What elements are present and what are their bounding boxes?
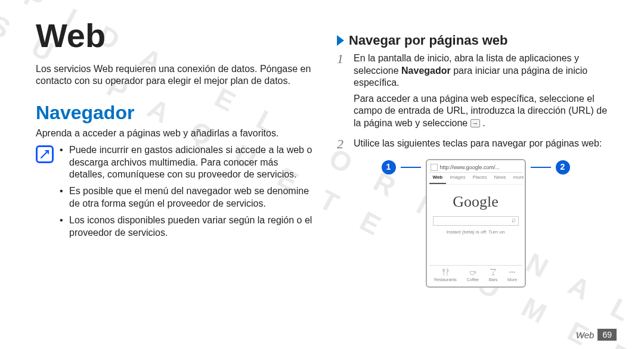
phone-frame: http://www.google.com/... Web Images Pla… bbox=[426, 159, 526, 288]
more-dots-icon bbox=[508, 268, 516, 276]
browser-tabs: Web Images Places News more bbox=[429, 173, 522, 184]
coffee-cup-icon bbox=[469, 268, 477, 276]
subsection-heading: Navegar por páginas web bbox=[349, 32, 508, 49]
tab-images[interactable]: Images bbox=[446, 173, 469, 183]
note-bullet: Puede incurrir en gastos adicionales si … bbox=[60, 144, 313, 180]
tab-places[interactable]: Places bbox=[469, 173, 490, 183]
url-text: http://www.google.com/... bbox=[440, 164, 521, 172]
go-arrow-icon: → bbox=[470, 119, 480, 127]
section-subtitle: Aprenda a acceder a páginas web y añadir… bbox=[36, 127, 313, 139]
cocktail-icon bbox=[489, 268, 497, 276]
svg-point-1 bbox=[510, 272, 511, 273]
tab-more[interactable]: more bbox=[510, 173, 528, 183]
tab-news[interactable]: News bbox=[491, 173, 510, 183]
intro-paragraph: Los servicios Web requieren una conexión… bbox=[36, 63, 313, 88]
step-body: Utilice las siguientes teclas para naveg… bbox=[354, 138, 614, 153]
note-block: Puede incurrir en gastos adicionales si … bbox=[36, 144, 313, 244]
step-body: En la pantalla de inicio, abra la lista … bbox=[354, 52, 614, 133]
google-logo: Google bbox=[429, 192, 522, 211]
appbar-bars[interactable]: Bars bbox=[489, 268, 497, 283]
instant-status: Instant (beta) is off: Turn on bbox=[429, 229, 522, 235]
svg-line-0 bbox=[41, 151, 48, 158]
svg-point-2 bbox=[512, 272, 513, 273]
callout-line bbox=[401, 167, 421, 168]
note-icon bbox=[36, 145, 54, 163]
section-heading-navegador: Navegador bbox=[36, 101, 313, 125]
step-2: 2 Utilice las siguientes teclas para nav… bbox=[337, 138, 614, 153]
chevron-right-icon bbox=[337, 35, 344, 46]
svg-point-3 bbox=[514, 272, 515, 273]
app-bar: Restaurants Coffee Bars More bbox=[429, 265, 522, 283]
note-bullet-list: Puede incurrir en gastos adicionales si … bbox=[60, 144, 313, 244]
subsection-heading-row: Navegar por páginas web bbox=[337, 32, 614, 49]
url-bar[interactable]: http://www.google.com/... bbox=[429, 163, 522, 173]
callout-line bbox=[531, 167, 551, 168]
fork-knife-icon bbox=[441, 268, 450, 276]
appbar-coffee[interactable]: Coffee bbox=[467, 268, 479, 283]
tab-web[interactable]: Web bbox=[429, 173, 447, 183]
instant-turn-on-link[interactable]: Turn on bbox=[488, 229, 504, 235]
step-number: 1 bbox=[337, 52, 348, 133]
step-1: 1 En la pantalla de inicio, abra la list… bbox=[337, 52, 614, 133]
phone-figure: 1 http://www.google.com/... Web Images P… bbox=[337, 159, 614, 288]
appbar-more[interactable]: More bbox=[507, 268, 517, 283]
note-bullet: Es posible que el menú del navegador web… bbox=[60, 185, 313, 210]
callout-badge-1: 1 bbox=[382, 160, 396, 174]
page-spread: Web Los servicios Web requieren una cone… bbox=[0, 0, 644, 349]
search-input[interactable] bbox=[433, 216, 519, 226]
step-text: Utilice las siguientes teclas para naveg… bbox=[354, 138, 614, 149]
right-column: Navegar por páginas web 1 En la pantalla… bbox=[337, 14, 614, 343]
appbar-restaurants[interactable]: Restaurants bbox=[434, 268, 457, 283]
callout-badge-2: 2 bbox=[556, 160, 570, 174]
favicon-icon bbox=[431, 164, 438, 171]
step-text: Para acceder a una página web específica… bbox=[354, 94, 607, 128]
left-column: Web Los servicios Web requieren una cone… bbox=[36, 14, 313, 343]
note-bullet: Los iconos disponibles pueden variar seg… bbox=[60, 214, 313, 239]
step-number: 2 bbox=[337, 138, 348, 153]
step-bold: Navegador bbox=[401, 66, 451, 76]
page-title: Web bbox=[36, 14, 313, 57]
